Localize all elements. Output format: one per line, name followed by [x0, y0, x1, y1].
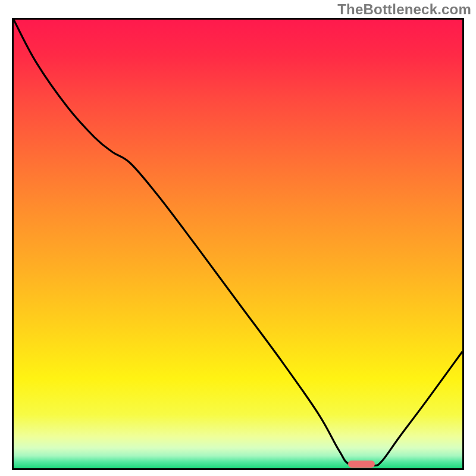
- chart-plot-area: [12, 18, 464, 470]
- optimal-marker: [348, 461, 375, 468]
- chart-curve-layer: [14, 20, 462, 468]
- watermark-text: TheBottleneck.com: [337, 1, 471, 18]
- bottleneck-curve-path: [14, 20, 462, 466]
